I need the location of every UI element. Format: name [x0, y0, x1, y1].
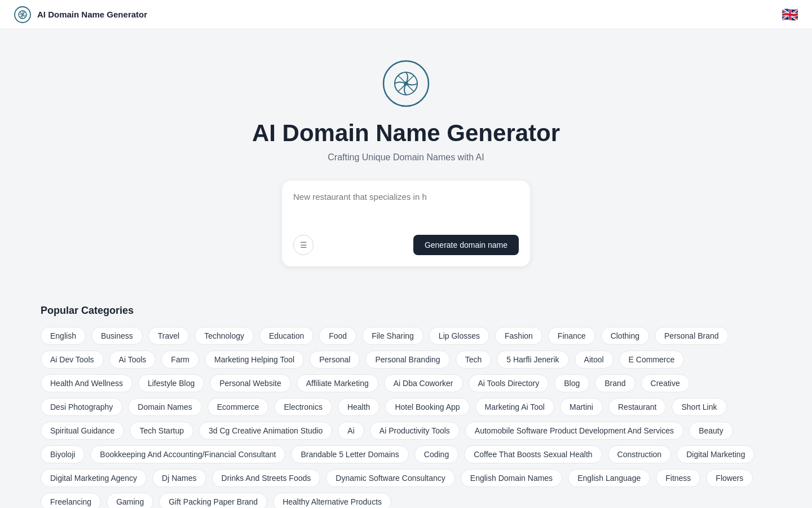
language-flag[interactable]: 🇬🇧	[782, 8, 798, 21]
tag-item[interactable]: Ecommerce	[208, 398, 269, 416]
tag-item[interactable]: Fitness	[656, 469, 700, 487]
tag-item[interactable]: Flowers	[706, 469, 753, 487]
tag-item[interactable]: Personal Brand	[655, 327, 729, 345]
tag-item[interactable]: Short Link	[672, 398, 726, 416]
tag-item[interactable]: Desi Photography	[41, 398, 122, 416]
tag-item[interactable]: Lip Glosses	[429, 327, 489, 345]
search-box: ☰ Generate domain name	[282, 181, 530, 266]
tag-item[interactable]: Health And Wellness	[41, 374, 133, 392]
tag-item[interactable]: Personal Branding	[365, 351, 449, 369]
search-input[interactable]	[293, 192, 519, 226]
hero-brain-icon	[381, 59, 431, 108]
flag-icon: 🇬🇧	[782, 7, 798, 22]
tag-item[interactable]: Tech	[456, 351, 492, 369]
tag-item[interactable]: Ai Dev Tools	[41, 351, 104, 369]
settings-button[interactable]: ☰	[293, 235, 314, 255]
tag-item[interactable]: Martini	[560, 398, 603, 416]
tag-item[interactable]: Bookkeeping And Accounting/Financial Con…	[90, 445, 285, 463]
tag-item[interactable]: Beauty	[689, 422, 733, 440]
tag-item[interactable]: Creative	[641, 374, 690, 392]
categories-section: Popular Categories EnglishBusinessTravel…	[0, 289, 812, 508]
header-title: AI Domain Name Generator	[37, 10, 147, 19]
tag-item[interactable]: Affiliate Marketing	[297, 374, 378, 392]
tag-item[interactable]: Domain Names	[128, 398, 201, 416]
hero-subtitle: Crafting Unique Domain Names with AI	[328, 152, 484, 163]
tag-item[interactable]: English Domain Names	[461, 469, 562, 487]
tag-item[interactable]: Digital Marketing	[677, 445, 754, 463]
tag-item[interactable]: Restaurant	[608, 398, 666, 416]
settings-icon: ☰	[300, 240, 307, 249]
tag-item[interactable]: Clothing	[601, 327, 649, 345]
tag-item[interactable]: Dynamic Software Consultancy	[326, 469, 455, 487]
tag-item[interactable]: Healthy Alternative Products	[273, 493, 391, 508]
tag-item[interactable]: Ai Tools	[109, 351, 156, 369]
tag-item[interactable]: Freelancing	[41, 493, 101, 508]
tag-item[interactable]: Lifestyle Blog	[138, 374, 204, 392]
tag-item[interactable]: Health	[338, 398, 379, 416]
tag-item[interactable]: English	[41, 327, 86, 345]
tag-item[interactable]: Ai	[338, 422, 364, 440]
tag-item[interactable]: Hotel Booking App	[385, 398, 469, 416]
tag-item[interactable]: Fashion	[495, 327, 542, 345]
tag-item[interactable]: Ai Productivity Tools	[370, 422, 460, 440]
tag-item[interactable]: Farm	[161, 351, 199, 369]
tag-item[interactable]: Biyoloji	[41, 445, 85, 463]
tag-item[interactable]: Personal	[310, 351, 360, 369]
tag-item[interactable]: Aitool	[575, 351, 614, 369]
tag-item[interactable]: Electronics	[274, 398, 332, 416]
tag-item[interactable]: Tech Startup	[130, 422, 193, 440]
generate-button[interactable]: Generate domain name	[413, 235, 519, 255]
tag-item[interactable]: Technology	[195, 327, 254, 345]
tag-item[interactable]: Gift Packing Paper Brand	[159, 493, 267, 508]
categories-title: Popular Categories	[41, 305, 771, 317]
tag-item[interactable]: Blog	[554, 374, 589, 392]
tag-item[interactable]: Travel	[148, 327, 189, 345]
tag-item[interactable]: Ai Dba Coworker	[384, 374, 463, 392]
tag-item[interactable]: Automobile Software Product Development …	[465, 422, 683, 440]
tag-item[interactable]: Marketing Helping Tool	[205, 351, 304, 369]
tag-item[interactable]: Spiritual Guidance	[41, 422, 124, 440]
tag-item[interactable]: 3d Cg Creative Animation Studio	[199, 422, 332, 440]
tag-item[interactable]: Personal Website	[210, 374, 290, 392]
hero-title: AI Domain Name Generator	[252, 120, 560, 147]
search-footer: ☰ Generate domain name	[293, 235, 519, 255]
tag-item[interactable]: Coding	[414, 445, 458, 463]
tag-item[interactable]: Brandable 5 Letter Domains	[291, 445, 408, 463]
tag-item[interactable]: Dj Names	[152, 469, 206, 487]
tag-item[interactable]: English Language	[568, 469, 650, 487]
tags-container: EnglishBusinessTravelTechnologyEducation…	[41, 327, 771, 508]
tag-item[interactable]: Brand	[595, 374, 635, 392]
tag-item[interactable]: Finance	[548, 327, 595, 345]
tag-item[interactable]: Education	[259, 327, 314, 345]
tag-item[interactable]: Coffee That Boosts Sexual Health	[464, 445, 602, 463]
hero-section: AI Domain Name Generator Crafting Unique…	[0, 29, 812, 289]
tag-item[interactable]: File Sharing	[362, 327, 423, 345]
tag-item[interactable]: Marketing Ai Tool	[475, 398, 554, 416]
tag-item[interactable]: Business	[91, 327, 143, 345]
tag-item[interactable]: Food	[319, 327, 356, 345]
brain-icon	[14, 6, 32, 24]
header: AI Domain Name Generator 🇬🇧	[0, 0, 812, 29]
tag-item[interactable]: 5 Harfli Jenerik	[497, 351, 568, 369]
tag-item[interactable]: Ai Tools Directory	[469, 374, 549, 392]
tag-item[interactable]: Construction	[608, 445, 672, 463]
tag-item[interactable]: Gaming	[107, 493, 153, 508]
header-left: AI Domain Name Generator	[14, 6, 147, 24]
tag-item[interactable]: Digital Marketing Agency	[41, 469, 147, 487]
svg-point-4	[404, 82, 408, 86]
tag-item[interactable]: E Commerce	[619, 351, 685, 369]
tag-item[interactable]: Drinks And Streets Foods	[212, 469, 321, 487]
